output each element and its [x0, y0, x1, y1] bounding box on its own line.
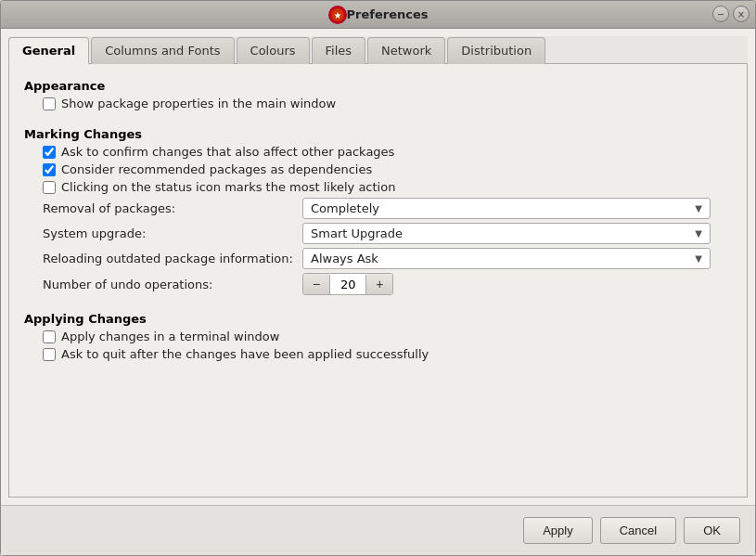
appearance-section: Appearance Show package properties in th… [24, 79, 732, 114]
ask-confirm-row: Ask to confirm changes that also affect … [43, 145, 732, 159]
removal-label: Removal of packages: [43, 201, 302, 215]
upgrade-label: System upgrade: [43, 226, 302, 240]
tab-files[interactable]: Files [312, 37, 366, 64]
reload-dropdown-arrow: ▼ [695, 253, 702, 264]
reload-dropdown[interactable]: Always Ask ▼ [302, 248, 711, 269]
ask-confirm-label: Ask to confirm changes that also affect … [61, 145, 394, 159]
appearance-title: Appearance [24, 79, 732, 93]
window-title: Preferences [347, 7, 429, 21]
reload-row: Reloading outdated package information: … [43, 248, 732, 269]
app-icon: ★ [328, 6, 347, 24]
minimize-button[interactable]: − [712, 6, 729, 22]
reload-label: Reloading outdated package information: [43, 252, 302, 265]
removal-row: Removal of packages: Completely ▼ [43, 198, 732, 219]
window-content: General Columns and Fonts Colours Files … [1, 29, 755, 505]
tab-distribution[interactable]: Distribution [447, 37, 545, 64]
undo-increment-button[interactable]: + [366, 274, 392, 294]
tab-network[interactable]: Network [367, 37, 445, 64]
applying-changes-section: Applying Changes Apply changes in a term… [24, 312, 732, 365]
ok-button[interactable]: OK [684, 517, 740, 544]
apply-terminal-label: Apply changes in a terminal window [61, 330, 279, 343]
apply-terminal-row: Apply changes in a terminal window [43, 330, 732, 343]
upgrade-value: Smart Upgrade [311, 226, 403, 240]
undo-value: 20 [329, 275, 366, 294]
show-package-props-checkbox[interactable] [43, 97, 56, 110]
tab-bar: General Columns and Fonts Colours Files … [8, 36, 748, 64]
titlebar: ★ Preferences − × [1, 1, 755, 29]
tab-colours[interactable]: Colours [237, 37, 310, 64]
tab-columns-and-fonts[interactable]: Columns and Fonts [91, 37, 234, 64]
ask-quit-checkbox[interactable] [43, 348, 56, 361]
undo-controls: − 20 + [302, 273, 393, 295]
bottom-bar: Apply Cancel OK [1, 505, 755, 555]
upgrade-dropdown-arrow: ▼ [695, 228, 702, 239]
consider-recommended-label: Consider recommended packages as depende… [61, 162, 372, 176]
marking-changes-title: Marking Changes [24, 127, 732, 141]
undo-row: Number of undo operations: − 20 + [43, 273, 732, 295]
upgrade-row: System upgrade: Smart Upgrade ▼ [43, 223, 732, 244]
preferences-window: ★ Preferences − × General Columns and Fo… [0, 0, 756, 556]
close-button[interactable]: × [733, 6, 750, 22]
apply-button[interactable]: Apply [523, 517, 593, 544]
show-package-props-row: Show package properties in the main wind… [43, 97, 732, 110]
tab-general[interactable]: General [8, 37, 89, 64]
ask-quit-label: Ask to quit after the changes have been … [61, 347, 429, 361]
applying-changes-title: Applying Changes [24, 312, 732, 326]
reload-value: Always Ask [311, 252, 378, 265]
clicking-status-checkbox[interactable] [43, 181, 56, 194]
ask-quit-row: Ask to quit after the changes have been … [43, 347, 732, 361]
upgrade-dropdown[interactable]: Smart Upgrade ▼ [302, 223, 711, 244]
removal-dropdown-arrow: ▼ [695, 203, 702, 213]
cancel-button[interactable]: Cancel [600, 517, 676, 544]
ask-confirm-checkbox[interactable] [43, 146, 56, 159]
undo-label: Number of undo operations: [43, 278, 302, 291]
removal-value: Completely [311, 201, 379, 215]
consider-recommended-checkbox[interactable] [43, 163, 56, 176]
marking-changes-section: Marking Changes Ask to confirm changes t… [24, 127, 732, 299]
apply-terminal-checkbox[interactable] [43, 330, 56, 343]
svg-text:★: ★ [333, 10, 341, 20]
consider-recommended-row: Consider recommended packages as depende… [43, 162, 732, 176]
settings-panel: Appearance Show package properties in th… [8, 64, 748, 498]
window-controls: − × [712, 6, 750, 22]
undo-decrement-button[interactable]: − [303, 274, 329, 294]
show-package-props-label: Show package properties in the main wind… [61, 97, 336, 110]
clicking-status-row: Clicking on the status icon marks the mo… [43, 180, 732, 194]
clicking-status-label: Clicking on the status icon marks the mo… [61, 180, 395, 194]
removal-dropdown[interactable]: Completely ▼ [302, 198, 711, 219]
